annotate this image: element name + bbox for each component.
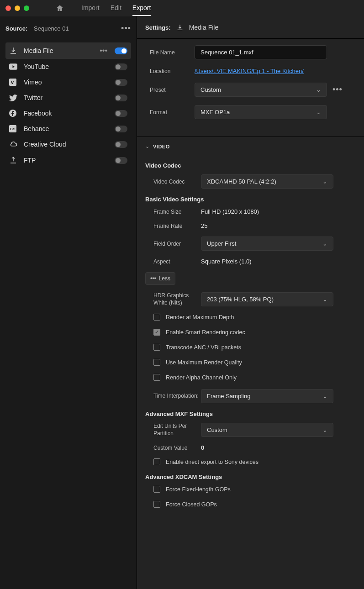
- source-name[interactable]: Sequence 01: [34, 25, 69, 32]
- tab-import[interactable]: Import: [81, 0, 100, 16]
- dest-toggle[interactable]: [115, 95, 127, 101]
- creative-cloud-icon: [9, 141, 18, 147]
- dest-label: YouTube: [24, 63, 109, 70]
- use-max-quality-check[interactable]: Use Maximum Render Quality: [145, 359, 356, 366]
- vimeo-icon: v: [9, 79, 18, 86]
- chevron-down-icon: ⌄: [145, 143, 149, 149]
- aspect-value: Square Pixels (1.0): [201, 258, 356, 265]
- alpha-only-check[interactable]: Render Alpha Channel Only: [145, 374, 356, 381]
- dest-toggle[interactable]: [115, 110, 127, 117]
- settings-header: Settings: Media File: [137, 16, 364, 39]
- settings-label: Settings:: [145, 24, 171, 31]
- checkbox-checked-icon: ✓: [153, 329, 160, 336]
- facebook-icon: [9, 110, 18, 117]
- close-window[interactable]: [5, 5, 11, 11]
- video-section-header[interactable]: ⌄ VIDEO: [137, 137, 364, 154]
- preset-select[interactable]: Custom⌄: [195, 83, 327, 97]
- tab-edit[interactable]: Edit: [111, 0, 121, 16]
- frame-rate-value: 25: [201, 222, 356, 229]
- dest-facebook[interactable]: Facebook: [5, 105, 131, 121]
- dest-label: FTP: [24, 157, 109, 164]
- dest-creative-cloud[interactable]: Creative Cloud: [5, 137, 131, 152]
- adv-mxf-title: Advanced MXF Settings: [145, 410, 356, 417]
- hdr-select[interactable]: 203 (75% HLG, 58% PQ)⌄: [201, 292, 333, 306]
- twitter-icon: [9, 95, 18, 101]
- time-interp-select[interactable]: Frame Sampling⌄: [201, 389, 333, 403]
- chevron-down-icon: ⌄: [316, 86, 321, 93]
- titlebar: Import Edit Export: [0, 0, 364, 16]
- dest-toggle[interactable]: [115, 126, 127, 132]
- dest-twitter[interactable]: Twitter: [5, 90, 131, 105]
- chevron-down-icon: ⌄: [322, 426, 327, 433]
- video-codec-label: Video Codec: [153, 179, 201, 185]
- svg-text:Bē: Bē: [10, 127, 15, 131]
- dest-label: Behance: [24, 125, 109, 132]
- maximize-window[interactable]: [24, 5, 29, 11]
- dest-label: Creative Cloud: [24, 141, 109, 148]
- location-link[interactable]: /Users/..VIE MAKING/Ep 1 - The Kitchen/: [195, 68, 304, 74]
- checkbox-icon: [153, 359, 160, 366]
- aspect-label: Aspect: [153, 258, 201, 265]
- sony-export-check[interactable]: Enable direct export to Sony devices: [145, 458, 356, 465]
- field-order-select[interactable]: Upper First⌄: [201, 237, 333, 251]
- frame-size-value: Full HD (1920 x 1080): [201, 208, 356, 215]
- checkbox-icon: [153, 501, 160, 508]
- tab-export[interactable]: Export: [132, 0, 151, 16]
- source-row: Source: Sequence 01 •••: [5, 24, 131, 33]
- checkbox-icon: [153, 314, 160, 321]
- hdr-label: HDR Graphics White (Nits): [153, 292, 201, 306]
- window-controls: [5, 5, 29, 11]
- minimize-window[interactable]: [15, 5, 20, 11]
- frame-rate-label: Frame Rate: [153, 223, 201, 229]
- settings-target: Media File: [189, 24, 219, 31]
- dest-label: Media File: [24, 47, 94, 54]
- svg-text:v: v: [11, 79, 14, 85]
- checkbox-icon: [153, 374, 160, 381]
- custom-value[interactable]: 0: [201, 444, 356, 451]
- checkbox-icon: [153, 458, 160, 465]
- chevron-down-icon: ⌄: [322, 393, 327, 400]
- chevron-down-icon: ⌄: [322, 240, 327, 247]
- dest-youtube[interactable]: YouTube: [5, 59, 131, 74]
- download-icon: [176, 24, 184, 31]
- settings-panel: Settings: Media File File Name Sequence …: [137, 16, 364, 589]
- chevron-down-icon: ⌄: [316, 109, 321, 116]
- less-button[interactable]: ••• Less: [145, 272, 175, 285]
- workspace-tabs: Import Edit Export: [81, 0, 151, 16]
- dest-toggle[interactable]: [115, 47, 127, 54]
- source-label: Source:: [5, 25, 27, 32]
- force-fixed-gop-check[interactable]: Force Fixed-length GOPs: [145, 486, 356, 493]
- force-closed-gop-check[interactable]: Force Closed GOPs: [145, 501, 356, 508]
- adv-xdcam-title: Advanced XDCAM Settings: [145, 473, 356, 480]
- time-interp-label: Time Interpolation:: [153, 393, 201, 400]
- home-icon[interactable]: [56, 4, 64, 12]
- upload-icon: [9, 156, 18, 164]
- dest-toggle[interactable]: [115, 79, 127, 86]
- video-codec-select[interactable]: XDCAMHD 50 PAL (4:2:2)⌄: [201, 174, 333, 189]
- dest-toggle[interactable]: [115, 63, 127, 70]
- download-icon: [9, 47, 18, 55]
- transcode-anc-check[interactable]: Transcode ANC / VBI packets: [145, 344, 356, 351]
- frame-size-label: Frame Size: [153, 209, 201, 215]
- dest-media-file[interactable]: Media File •••: [5, 42, 131, 59]
- dest-behance[interactable]: Bē Behance: [5, 121, 131, 137]
- checkbox-icon: [153, 486, 160, 493]
- youtube-icon: [9, 63, 18, 70]
- filename-input[interactable]: Sequence 01_1.mxf: [195, 45, 327, 59]
- preset-more-icon[interactable]: •••: [332, 85, 343, 95]
- dest-menu-icon[interactable]: •••: [100, 47, 107, 55]
- dest-ftp[interactable]: FTP: [5, 152, 131, 168]
- behance-icon: Bē: [9, 125, 18, 132]
- render-max-depth-check[interactable]: Render at Maximum Depth: [145, 314, 356, 321]
- dest-toggle[interactable]: [115, 157, 127, 164]
- dest-toggle[interactable]: [115, 141, 127, 148]
- dest-label: Twitter: [24, 94, 109, 101]
- source-menu-icon[interactable]: •••: [121, 24, 131, 33]
- dest-vimeo[interactable]: v Vimeo: [5, 74, 131, 90]
- edit-units-select[interactable]: Custom⌄: [201, 423, 333, 437]
- dots-icon: •••: [150, 275, 156, 282]
- chevron-down-icon: ⌄: [322, 178, 327, 185]
- smart-render-check[interactable]: ✓ Enable Smart Rendering codec: [145, 329, 356, 336]
- dest-label: Vimeo: [24, 79, 109, 86]
- format-select[interactable]: MXF OP1a⌄: [195, 105, 327, 119]
